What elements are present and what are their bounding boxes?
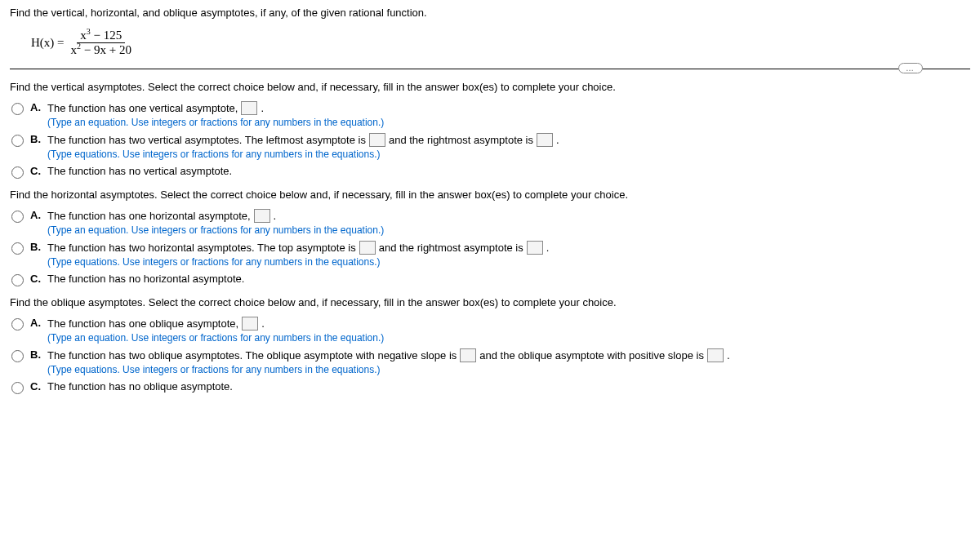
horizontal-a-text: The function has one horizontal asymptot… [47, 210, 251, 222]
vertical-a-input[interactable] [241, 101, 257, 115]
oblique-b-input2[interactable] [707, 348, 724, 362]
vertical-b-period: . [556, 134, 559, 146]
vertical-b-text2: and the rightmost asymptote is [389, 134, 533, 146]
vertical-radio-b[interactable] [11, 135, 24, 147]
oblique-a-input[interactable] [242, 317, 258, 331]
num-var: x [80, 29, 87, 42]
label-a3: A. [30, 317, 41, 329]
horizontal-b-period: . [546, 242, 550, 254]
func-name: H(x) = [31, 36, 65, 50]
label-b: B. [30, 133, 41, 145]
vertical-b-text1: The function has two vertical asymptotes… [47, 134, 366, 146]
oblique-b-text1: The function has two oblique asymptotes.… [47, 349, 457, 362]
horizontal-radio-b[interactable] [11, 242, 24, 255]
oblique-radio-b[interactable] [11, 350, 24, 362]
den-exp: 2 [77, 42, 81, 51]
horizontal-radio-a[interactable] [11, 211, 24, 223]
vertical-a-hint: (Type an equation. Use integers or fract… [47, 117, 384, 128]
oblique-b-input1[interactable] [460, 348, 476, 362]
horizontal-prompt: Find the horizontal asymptotes. Select t… [10, 189, 970, 201]
divider: … [10, 69, 970, 69]
oblique-c-text: The function has no oblique asymptote. [47, 380, 233, 393]
vertical-radio-c[interactable] [11, 166, 24, 179]
oblique-b-hint: (Type equations. Use integers or fractio… [47, 364, 730, 375]
vertical-b-input1[interactable] [369, 133, 385, 147]
num-const: − 125 [91, 29, 122, 42]
horizontal-b-hint: (Type equations. Use integers or fractio… [47, 256, 549, 268]
label-a: A. [30, 101, 41, 113]
horizontal-a-hint: (Type an equation. Use integers or fract… [47, 224, 384, 236]
oblique-prompt: Find the oblique asymptotes. Select the … [10, 296, 970, 308]
horizontal-b-input1[interactable] [359, 241, 376, 255]
label-b3: B. [30, 348, 41, 361]
ellipsis-button[interactable]: … [898, 63, 923, 73]
vertical-b-input2[interactable] [537, 133, 553, 147]
vertical-a-period: . [261, 102, 264, 114]
vertical-prompt: Find the vertical asymptotes. Select the… [10, 81, 970, 93]
num-exp: 3 [87, 27, 91, 36]
oblique-b-period: . [727, 349, 730, 362]
label-c: C. [30, 165, 41, 177]
oblique-a-period: . [261, 317, 265, 330]
oblique-b-text2: and the oblique asymptote with positive … [479, 349, 704, 362]
label-c2: C. [30, 273, 41, 285]
oblique-a-hint: (Type an equation. Use integers or fract… [47, 332, 384, 344]
den-var: x [71, 43, 78, 56]
oblique-a-text: The function has one oblique asymptote, [47, 317, 238, 330]
oblique-radio-c[interactable] [11, 382, 24, 394]
horizontal-a-period: . [274, 210, 277, 222]
horizontal-c-text: The function has no horizontal asymptote… [47, 273, 244, 285]
horizontal-radio-c[interactable] [11, 274, 24, 286]
den-const: − 9x + 20 [81, 43, 131, 56]
horizontal-b-text1: The function has two horizontal asymptot… [47, 242, 356, 254]
vertical-a-text: The function has one vertical asymptote, [47, 102, 238, 114]
horizontal-b-input2[interactable] [527, 241, 543, 255]
vertical-radio-a[interactable] [11, 103, 24, 115]
equation: H(x) = x3 − 125 x2 − 9x + 20 [10, 29, 970, 57]
label-a2: A. [30, 209, 41, 221]
vertical-c-text: The function has no vertical asymptote. [47, 165, 232, 177]
label-c3: C. [30, 380, 41, 393]
horizontal-b-text2: and the rightmost asymptote is [379, 242, 523, 254]
label-b2: B. [30, 241, 41, 253]
oblique-radio-a[interactable] [11, 318, 24, 331]
question-prompt: Find the vertical, horizontal, and obliq… [10, 7, 970, 19]
horizontal-a-input[interactable] [254, 209, 270, 223]
vertical-b-hint: (Type equations. Use integers or fractio… [47, 149, 559, 160]
